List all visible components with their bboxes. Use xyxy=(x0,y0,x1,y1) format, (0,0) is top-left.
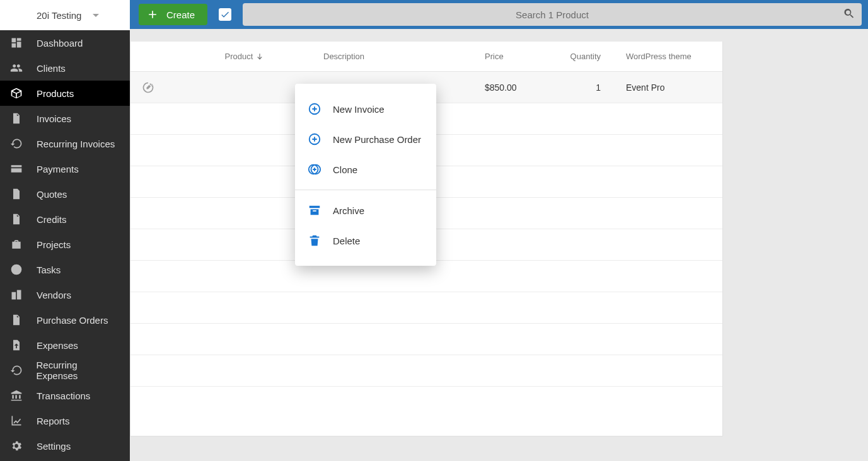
file-arrow-icon xyxy=(10,339,28,351)
sidebar-item-label: Projects xyxy=(37,239,71,250)
edit-row-icon[interactable] xyxy=(141,80,156,95)
col-header-theme[interactable]: WordPress theme xyxy=(626,52,707,61)
trash-icon xyxy=(308,234,321,248)
col-header-quantity[interactable]: Quantity xyxy=(548,52,626,61)
sidebar-item-label: Quotes xyxy=(37,189,67,200)
sidebar-item-vendors[interactable]: Vendors xyxy=(0,282,130,307)
ctx-item-label: Archive xyxy=(333,205,364,216)
col-header-product-label: Product xyxy=(225,52,253,61)
sidebar-item-recurring-expenses[interactable]: Recurring Expenses xyxy=(0,358,130,383)
sidebar-item-label: Reports xyxy=(37,416,70,426)
sidebar-item-recurring-invoices[interactable]: Recurring Invoices xyxy=(0,131,130,156)
org-switcher[interactable]: 20i Testing xyxy=(0,0,130,30)
sidebar-item-settings[interactable]: Settings xyxy=(0,433,130,458)
sidebar-item-dashboard[interactable]: Dashboard xyxy=(0,30,130,55)
sidebar-item-payments[interactable]: Payments xyxy=(0,156,130,181)
table-row-empty xyxy=(130,355,722,387)
sidebar-item-products[interactable]: Products xyxy=(0,81,130,106)
table-row-empty xyxy=(130,324,722,355)
create-button-label: Create xyxy=(166,9,195,20)
chevron-down-icon xyxy=(93,14,99,17)
ctx-item-label: Clone xyxy=(333,164,357,175)
sidebar-item-label: Payments xyxy=(37,164,79,174)
sidebar-item-reports[interactable]: Reports xyxy=(0,408,130,433)
sidebar-item-expenses[interactable]: Expenses xyxy=(0,333,130,358)
sidebar-item-label: Transactions xyxy=(37,390,90,401)
ctx-item-label: New Invoice xyxy=(333,104,385,115)
sidebar-item-invoices[interactable]: Invoices xyxy=(0,106,130,131)
create-button[interactable]: Create xyxy=(139,4,207,25)
search-input[interactable] xyxy=(243,3,862,26)
sidebar-item-clients[interactable]: Clients xyxy=(0,55,130,81)
cell-price: $850.00 xyxy=(485,83,548,93)
file-icon xyxy=(10,112,28,125)
sidebar-item-transactions[interactable]: Transactions xyxy=(0,383,130,408)
ctx-item-label: Delete xyxy=(333,236,360,246)
ctx-item-clone[interactable]: Clone xyxy=(295,154,436,185)
box-icon xyxy=(10,87,28,100)
history-icon xyxy=(10,137,28,150)
sidebar-item-label: Purchase Orders xyxy=(37,315,108,326)
sidebar-item-label: Vendors xyxy=(37,290,71,300)
sidebar-item-label: Tasks xyxy=(37,265,61,275)
briefcase-icon xyxy=(10,238,28,251)
building-icon xyxy=(10,288,28,301)
ctx-item-new-purchase-order[interactable]: New Purchase Order xyxy=(295,124,436,154)
main-panel: Create Product Descript xyxy=(130,0,868,461)
ctx-item-delete[interactable]: Delete xyxy=(295,225,436,256)
sidebar-item-label: Dashboard xyxy=(37,38,83,48)
ctx-item-label: New Purchase Order xyxy=(333,134,421,145)
file-icon xyxy=(10,314,28,326)
gear-icon xyxy=(10,440,28,452)
ctx-item-new-invoice[interactable]: New Invoice xyxy=(295,94,436,124)
plus-circle-icon xyxy=(308,102,321,116)
table-row-empty xyxy=(130,292,722,324)
file-plus-icon xyxy=(10,188,28,200)
toolbar: Create xyxy=(130,0,868,29)
bank-icon xyxy=(10,389,28,402)
context-menu: New Invoice New Purchase Order Clone Arc xyxy=(295,84,436,266)
history-icon xyxy=(10,364,27,377)
file-icon xyxy=(10,213,28,225)
sidebar-item-label: Recurring Invoices xyxy=(37,139,115,149)
select-all-checkbox[interactable] xyxy=(219,8,231,21)
sidebar-nav: Dashboard Clients Products Invoices Recu… xyxy=(0,30,130,458)
check-icon xyxy=(220,9,230,20)
credit-card-icon xyxy=(10,162,28,175)
app-root: 20i Testing Dashboard Clients Products I… xyxy=(0,0,868,461)
cell-quantity: 1 xyxy=(548,83,626,93)
search-icon[interactable] xyxy=(843,8,855,22)
sidebar-item-label: Products xyxy=(37,88,74,99)
sort-desc-icon xyxy=(255,52,264,62)
sidebar: 20i Testing Dashboard Clients Products I… xyxy=(0,0,130,461)
sidebar-item-label: Clients xyxy=(37,63,66,74)
col-header-description[interactable]: Description xyxy=(323,52,485,61)
sidebar-item-label: Settings xyxy=(37,441,71,452)
archive-icon xyxy=(308,203,321,217)
sidebar-item-label: Invoices xyxy=(37,113,71,124)
clock-icon xyxy=(10,263,28,276)
ctx-item-archive[interactable]: Archive xyxy=(295,195,436,225)
clone-icon xyxy=(308,162,321,176)
search-field-wrap xyxy=(243,3,862,26)
sidebar-item-quotes[interactable]: Quotes xyxy=(0,181,130,207)
sidebar-item-projects[interactable]: Projects xyxy=(0,232,130,257)
plus-icon xyxy=(146,8,159,21)
sidebar-item-label: Expenses xyxy=(37,340,78,351)
table-header-row: Product Description Price Quantity WordP… xyxy=(130,42,722,72)
sidebar-item-credits[interactable]: Credits xyxy=(0,207,130,232)
ctx-separator xyxy=(295,190,436,190)
sidebar-item-tasks[interactable]: Tasks xyxy=(0,257,130,282)
plus-circle-icon xyxy=(308,132,321,146)
people-icon xyxy=(10,62,28,74)
dashboard-icon xyxy=(10,37,28,49)
sidebar-item-label: Credits xyxy=(37,214,67,225)
col-header-product[interactable]: Product xyxy=(166,52,323,62)
sidebar-item-label: Recurring Expenses xyxy=(36,360,120,381)
chart-icon xyxy=(10,414,28,427)
col-header-price[interactable]: Price xyxy=(485,52,548,61)
content-area: Product Description Price Quantity WordP… xyxy=(130,29,868,461)
org-name: 20i Testing xyxy=(37,10,81,21)
sidebar-item-purchase-orders[interactable]: Purchase Orders xyxy=(0,307,130,333)
cell-theme: Event Pro xyxy=(626,83,707,93)
